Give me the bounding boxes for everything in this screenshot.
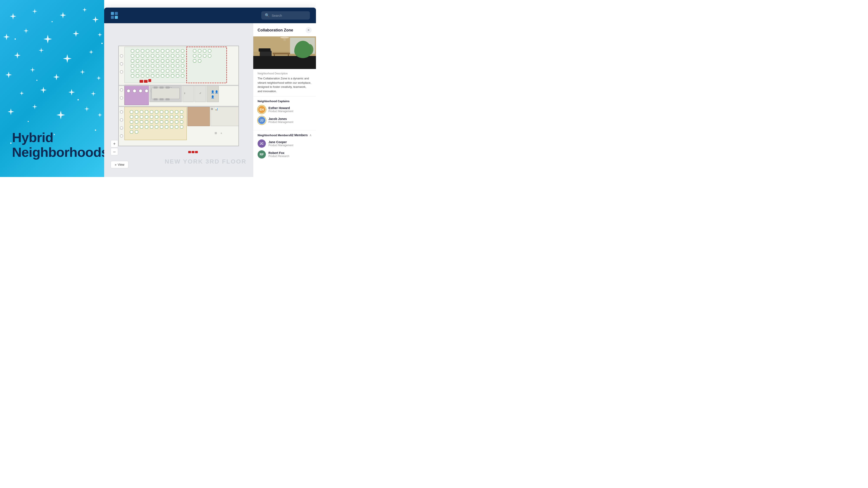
svg-point-68 bbox=[146, 49, 149, 53]
svg-marker-27 bbox=[98, 113, 102, 117]
svg-point-135 bbox=[120, 97, 123, 99]
svg-point-174 bbox=[150, 120, 153, 124]
svg-point-87 bbox=[131, 59, 134, 62]
svg-point-190 bbox=[175, 125, 178, 129]
member-name: Robert Fox bbox=[269, 151, 289, 155]
svg-marker-14 bbox=[5, 72, 12, 78]
svg-point-139 bbox=[120, 134, 123, 137]
members-title: Nieghborhood Members bbox=[257, 134, 290, 137]
svg-point-92 bbox=[156, 59, 159, 62]
svg-point-100 bbox=[141, 64, 144, 67]
captain-name: Esther Howard bbox=[269, 106, 293, 110]
svg-point-175 bbox=[155, 120, 158, 124]
captain-row: EH Esther Howard Product Management bbox=[257, 105, 312, 113]
svg-point-169 bbox=[180, 116, 183, 119]
svg-point-183 bbox=[140, 125, 143, 129]
svg-point-84 bbox=[171, 54, 174, 58]
svg-point-36 bbox=[10, 142, 11, 144]
svg-point-33 bbox=[28, 121, 29, 122]
svg-marker-0 bbox=[10, 13, 16, 20]
svg-point-103 bbox=[156, 64, 159, 67]
svg-point-124 bbox=[151, 74, 154, 78]
svg-rect-216 bbox=[253, 56, 316, 69]
svg-point-77 bbox=[136, 54, 139, 58]
svg-point-167 bbox=[170, 116, 173, 119]
svg-point-65 bbox=[131, 49, 134, 53]
svg-marker-19 bbox=[20, 91, 24, 95]
close-button[interactable]: × bbox=[306, 27, 312, 33]
svg-rect-204 bbox=[159, 98, 163, 100]
svg-point-109 bbox=[131, 69, 134, 73]
main-content: ♀ ♂ 👤 👤 👤 bbox=[104, 23, 316, 177]
svg-point-116 bbox=[166, 69, 169, 73]
svg-point-30 bbox=[101, 43, 103, 44]
svg-marker-18 bbox=[97, 76, 101, 80]
search-bar[interactable]: 🔍 bbox=[261, 11, 310, 20]
description-section: Neighborhood Description The Collaborati… bbox=[253, 69, 316, 97]
svg-point-184 bbox=[145, 125, 148, 129]
floor-label: NEW YORK 3RD FLOOR bbox=[165, 158, 247, 165]
svg-point-185 bbox=[150, 125, 153, 129]
svg-rect-194 bbox=[140, 80, 143, 83]
svg-point-153 bbox=[155, 110, 158, 113]
captain-role: Product Management bbox=[269, 121, 293, 124]
svg-point-179 bbox=[175, 120, 178, 124]
member-role: Product Research bbox=[269, 155, 289, 158]
svg-point-72 bbox=[166, 49, 169, 53]
search-input[interactable] bbox=[272, 14, 306, 18]
svg-point-62 bbox=[208, 54, 211, 58]
svg-point-133 bbox=[120, 70, 123, 73]
svg-text:👤: 👤 bbox=[211, 95, 215, 99]
description-label: Neighborhood Description bbox=[257, 72, 312, 75]
svg-text:♂: ♂ bbox=[199, 92, 202, 95]
svg-point-155 bbox=[165, 110, 168, 113]
svg-marker-3 bbox=[83, 8, 87, 12]
avatar: EH bbox=[257, 105, 266, 113]
avatar: JC bbox=[257, 139, 266, 148]
svg-point-137 bbox=[120, 119, 123, 122]
svg-rect-43 bbox=[125, 47, 227, 83]
view-button[interactable]: » View bbox=[111, 161, 128, 168]
svg-point-78 bbox=[141, 54, 144, 58]
side-panel: Collaboration Zone × bbox=[253, 23, 316, 177]
floor-plan[interactable]: ♀ ♂ 👤 👤 👤 bbox=[108, 28, 249, 168]
svg-point-221 bbox=[305, 44, 310, 52]
svg-point-125 bbox=[156, 74, 159, 78]
zoom-controls: + – bbox=[111, 140, 118, 155]
svg-point-31 bbox=[36, 80, 37, 81]
svg-point-60 bbox=[198, 54, 202, 58]
svg-point-120 bbox=[131, 74, 134, 78]
svg-point-95 bbox=[171, 59, 174, 62]
svg-point-172 bbox=[140, 120, 143, 124]
svg-rect-212 bbox=[192, 151, 194, 153]
svg-point-163 bbox=[150, 116, 153, 119]
member-role: Product Management bbox=[269, 144, 293, 147]
svg-point-114 bbox=[156, 69, 159, 73]
svg-point-161 bbox=[140, 116, 143, 119]
member-info: Jane Cooper Product Management bbox=[269, 140, 293, 147]
svg-rect-225 bbox=[274, 55, 275, 59]
svg-point-157 bbox=[175, 110, 178, 113]
side-panel-header: Collaboration Zone × bbox=[253, 23, 316, 36]
svg-marker-1 bbox=[32, 9, 37, 14]
svg-point-166 bbox=[165, 116, 168, 119]
svg-point-99 bbox=[136, 64, 139, 67]
svg-point-91 bbox=[151, 59, 154, 62]
svg-marker-17 bbox=[80, 69, 85, 75]
svg-point-191 bbox=[180, 125, 183, 129]
svg-rect-205 bbox=[165, 98, 169, 100]
svg-point-136 bbox=[120, 110, 123, 113]
chevron-up-icon[interactable]: ∧ bbox=[309, 133, 312, 137]
zoom-out-button[interactable]: – bbox=[111, 148, 118, 155]
svg-text:≡: ≡ bbox=[221, 132, 222, 134]
svg-marker-12 bbox=[63, 54, 72, 63]
svg-point-168 bbox=[175, 116, 178, 119]
svg-point-66 bbox=[136, 49, 139, 53]
avatar: JJ bbox=[257, 116, 266, 125]
svg-rect-54 bbox=[119, 106, 239, 107]
description-text: The Collaboration Zone is a dynamic and … bbox=[257, 76, 312, 93]
svg-rect-200 bbox=[154, 87, 158, 89]
zoom-in-button[interactable]: + bbox=[111, 140, 118, 148]
avatar: RF bbox=[257, 150, 266, 159]
svg-marker-4 bbox=[92, 16, 99, 23]
